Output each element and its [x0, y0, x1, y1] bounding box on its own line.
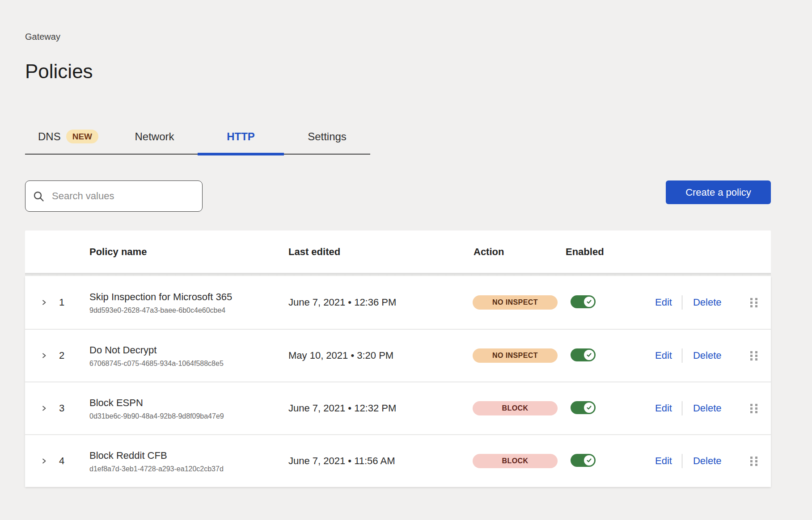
- column-header-enabled: Enabled: [566, 246, 655, 258]
- drag-handle-icon[interactable]: [750, 457, 757, 466]
- table-header: Policy name Last edited Action Enabled: [25, 231, 771, 273]
- action-badge: BLOCK: [473, 401, 558, 415]
- link-divider: [682, 295, 682, 310]
- table-row: 1 Skip Inspection for Microsoft 365 9dd5…: [25, 276, 771, 329]
- link-divider: [682, 454, 682, 468]
- edit-link[interactable]: Edit: [655, 350, 672, 361]
- toggle-check-icon: [584, 403, 594, 413]
- tab-label: HTTP: [227, 130, 255, 143]
- search-input[interactable]: [51, 190, 195, 202]
- expand-chevron-icon[interactable]: [40, 299, 47, 306]
- link-divider: [682, 348, 682, 363]
- edit-link[interactable]: Edit: [655, 297, 672, 308]
- policy-id: 67068745-c075-4685-934a-1064f588c8e5: [89, 360, 288, 368]
- breadcrumb: Gateway: [25, 0, 796, 42]
- column-header-action: Action: [473, 246, 566, 258]
- search-box[interactable]: [25, 180, 203, 212]
- action-badge: BLOCK: [473, 454, 558, 468]
- row-number: 4: [59, 455, 64, 467]
- enabled-toggle[interactable]: [571, 295, 596, 308]
- policy-name: Skip Inspection for Microsoft 365: [89, 291, 288, 303]
- enabled-toggle[interactable]: [571, 454, 596, 467]
- delete-link[interactable]: Delete: [693, 297, 722, 308]
- toggle-check-icon: [584, 297, 594, 307]
- policy-id: 9dd593e0-2628-47a3-baee-6b0c4e60cbe4: [89, 306, 288, 315]
- drag-handle-icon[interactable]: [750, 404, 757, 413]
- drag-handle-icon[interactable]: [750, 351, 757, 361]
- enabled-toggle[interactable]: [571, 401, 596, 414]
- expand-chevron-icon[interactable]: [40, 405, 47, 412]
- last-edited: June 7, 2021 • 11:56 AM: [288, 455, 473, 467]
- action-badge: NO INSPECT: [473, 295, 558, 310]
- toggle-check-icon: [584, 350, 594, 360]
- table-body: 1 Skip Inspection for Microsoft 365 9dd5…: [25, 276, 771, 487]
- create-policy-button[interactable]: Create a policy: [666, 180, 771, 204]
- table-row: 2 Do Not Decrypt 67068745-c075-4685-934a…: [25, 329, 771, 382]
- tab-http[interactable]: HTTP: [198, 127, 284, 154]
- toggle-check-icon: [584, 455, 594, 465]
- tab-bar: DNS NEW Network HTTP Settings: [25, 127, 370, 155]
- tab-label: Settings: [308, 130, 347, 143]
- toolbar: Create a policy: [25, 180, 771, 212]
- edit-link[interactable]: Edit: [655, 455, 672, 467]
- tab-label: Network: [135, 130, 174, 143]
- last-edited: June 7, 2021 • 12:32 PM: [288, 403, 473, 414]
- page-title: Policies: [25, 60, 796, 83]
- gateway-policies-page: Gateway Policies DNS NEW Network HTTP Se…: [0, 0, 796, 487]
- link-divider: [682, 401, 682, 415]
- delete-link[interactable]: Delete: [693, 455, 722, 467]
- column-header-last-edited: Last edited: [288, 246, 473, 258]
- table-row: 3 Block ESPN 0d31be6c-9b90-48a4-92b8-9d8…: [25, 382, 771, 434]
- header-shadow-divider: [25, 273, 771, 276]
- delete-link[interactable]: Delete: [693, 403, 722, 414]
- row-number: 2: [59, 350, 64, 361]
- tab-label: DNS: [38, 130, 61, 143]
- delete-link[interactable]: Delete: [693, 350, 722, 361]
- edit-link[interactable]: Edit: [655, 403, 672, 414]
- expand-chevron-icon[interactable]: [40, 457, 47, 465]
- tab-dns[interactable]: DNS NEW: [25, 127, 111, 154]
- drag-handle-icon[interactable]: [750, 298, 757, 307]
- expand-chevron-icon[interactable]: [40, 352, 47, 359]
- row-number: 3: [59, 403, 64, 414]
- last-edited: June 7, 2021 • 12:36 PM: [288, 297, 473, 308]
- search-icon: [33, 190, 45, 202]
- table-row: 4 Block Reddit CFB d1ef8a7d-3eb1-4728-a2…: [25, 434, 771, 487]
- policy-id: d1ef8a7d-3eb1-4728-a293-ea120c2cb37d: [89, 465, 288, 473]
- policy-id: 0d31be6c-9b90-48a4-92b8-9d8f09ba47e9: [89, 412, 288, 420]
- policy-name: Block ESPN: [89, 397, 288, 409]
- policies-table: Policy name Last edited Action Enabled 1…: [25, 231, 771, 487]
- new-badge: NEW: [66, 130, 98, 143]
- policy-name: Do Not Decrypt: [89, 344, 288, 356]
- last-edited: May 10, 2021 • 3:20 PM: [288, 350, 473, 361]
- action-badge: NO INSPECT: [473, 348, 558, 363]
- column-header-policy-name: Policy name: [89, 246, 288, 258]
- tab-settings[interactable]: Settings: [284, 127, 370, 154]
- tab-network[interactable]: Network: [111, 127, 198, 154]
- enabled-toggle[interactable]: [571, 348, 596, 361]
- row-number: 1: [59, 297, 64, 308]
- policy-name: Block Reddit CFB: [89, 449, 288, 462]
